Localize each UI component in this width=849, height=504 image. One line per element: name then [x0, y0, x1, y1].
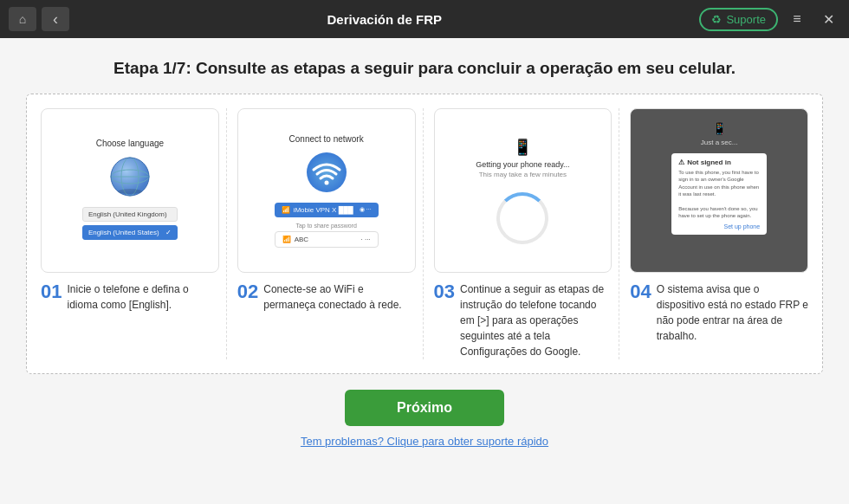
tap-text: Tap to share password: [295, 223, 356, 229]
network-item-2: 📶 ABC · ···: [275, 231, 379, 248]
step-1-description: Inicie o telefone e defina o idioma como…: [67, 281, 218, 313]
step-1-number: 01: [41, 281, 62, 302]
network-2-name: ABC: [295, 236, 308, 243]
not-signed-body: To use this phone, you first have to sig…: [678, 169, 760, 220]
step-2: Connect to network: [230, 108, 424, 359]
step-3: 📱 Getting your phone ready... This may t…: [427, 108, 620, 359]
globe-icon: [108, 155, 152, 198]
step-2-number: 02: [237, 281, 258, 302]
not-signed-title: ⚠ Not signed in: [678, 158, 760, 166]
step-3-number: 03: [434, 281, 455, 302]
menu-button[interactable]: ≡: [785, 7, 809, 31]
step-4-info: 04 O sistema avisa que o dispositivo est…: [630, 281, 808, 344]
home-icon: ⌂: [19, 12, 26, 26]
getting-ready-sub: This may take a few minutes: [479, 171, 567, 178]
step-4-description: O sistema avisa que o dispositivo está n…: [657, 281, 808, 344]
svg-point-5: [118, 189, 142, 194]
next-button[interactable]: Próximo: [345, 390, 504, 426]
phone-icon-4: 📱: [712, 121, 727, 135]
wifi-icon-2: 📶: [282, 236, 291, 243]
support-icon: ♻: [711, 13, 722, 26]
back-button[interactable]: ‹: [42, 7, 69, 31]
step-4: 📱 Just a sec... ⚠ Not signed in To use t…: [623, 108, 815, 359]
titlebar: ⌂ ‹ Derivación de FRP ♻ Suporte ≡ ✕: [0, 0, 849, 38]
svg-point-7: [324, 180, 328, 184]
app-title: Derivación de FRP: [327, 12, 442, 27]
network-1-name: iMobie VPN X ███: [294, 206, 353, 214]
titlebar-title: Derivación de FRP: [69, 12, 699, 27]
step-2-mockup: Connect to network: [237, 108, 416, 273]
support-label: Suporte: [726, 13, 766, 26]
wifi-small-icon: 📶: [282, 206, 290, 214]
not-signed-box: ⚠ Not signed in To use this phone, you f…: [671, 153, 767, 235]
lang-option-uk: English (United Kingdom): [82, 207, 178, 222]
titlebar-right: ♻ Suporte ≡ ✕: [699, 7, 840, 31]
spinner: [496, 192, 548, 244]
step-3-description: Continue a seguir as etapas de instrução…: [460, 281, 612, 359]
phone-icon: 📱: [513, 138, 532, 157]
just-a-sec-text: Just a sec...: [701, 139, 738, 146]
step-3-info: 03 Continue a seguir as etapas de instru…: [434, 281, 612, 359]
step-4-number: 04: [630, 281, 651, 302]
back-icon: ‹: [53, 10, 58, 29]
network-item-1: 📶 iMobie VPN X ███ ◉ ···: [275, 203, 379, 217]
warning-icon: ⚠: [678, 158, 684, 166]
page-title: Etapa 1/7: Consulte as etapas a seguir p…: [113, 59, 736, 78]
step-1: Choose language: [34, 108, 227, 359]
svg-point-6: [307, 152, 347, 192]
menu-icon: ≡: [793, 11, 800, 27]
step-2-description: Conecte-se ao WiFi e permaneça conectado…: [263, 281, 415, 313]
step-3-mockup: 📱 Getting your phone ready... This may t…: [434, 108, 612, 273]
setup-link: Set up phone: [678, 223, 760, 229]
support-link[interactable]: Tem problemas? Clique para obter suporte…: [301, 435, 548, 448]
steps-container: Choose language: [26, 94, 823, 374]
main-content: Etapa 1/7: Consulte as etapas a seguir p…: [0, 38, 849, 504]
home-button[interactable]: ⌂: [9, 7, 36, 31]
step-2-info: 02 Conecte-se ao WiFi e permaneça conect…: [237, 281, 416, 313]
check-icon: ✓: [165, 229, 172, 236]
step-1-mockup-title: Choose language: [96, 139, 164, 148]
step-4-mockup: 📱 Just a sec... ⚠ Not signed in To use t…: [630, 108, 808, 273]
support-button[interactable]: ♻ Suporte: [699, 8, 778, 31]
close-button[interactable]: ✕: [816, 7, 840, 31]
step-2-mockup-title: Connect to network: [289, 134, 364, 144]
titlebar-left: ⌂ ‹: [9, 7, 69, 31]
getting-ready-title: Getting your phone ready...: [476, 160, 569, 169]
step-1-mockup: Choose language: [41, 108, 219, 273]
wifi-icon: [305, 151, 348, 194]
lang-option-us: English (United States) ✓: [82, 225, 178, 240]
step-1-info: 01 Inicie o telefone e defina o idioma c…: [41, 281, 219, 313]
close-icon: ✕: [823, 11, 834, 28]
